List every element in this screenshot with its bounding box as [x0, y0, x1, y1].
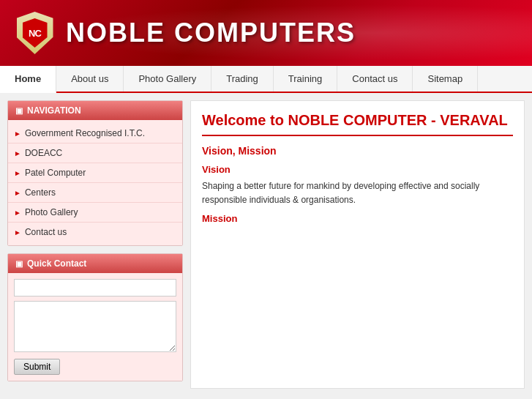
nav-list-item-1[interactable]: ► DOEACC	[8, 143, 182, 163]
content-title: Welcome to NOBLE COMPUTER - VERAVAL	[202, 112, 513, 136]
nav-header-icon: ▣	[15, 106, 23, 116]
logo-area: NC NOBLE COMPUTERS	[15, 11, 356, 55]
nav-list-item-5[interactable]: ► Contact us	[8, 223, 182, 242]
mission-title: Mission	[202, 213, 513, 224]
submit-button[interactable]: Submit	[14, 359, 60, 375]
quick-contact-section: ▣ Quick Contact Submit	[7, 253, 183, 381]
logo-icon: NC	[15, 11, 55, 55]
sidebar: ▣ NAVIGATION ► Government Recognised I.T…	[7, 100, 183, 389]
nav-list-label-3: Centers	[25, 187, 56, 198]
nav-list-item-2[interactable]: ► Patel Computer	[8, 163, 182, 183]
nav-arrow-4: ►	[14, 209, 21, 217]
nav-list: ► Government Recognised I.T.C. ► DOEACC …	[8, 120, 182, 245]
nav-arrow-1: ►	[14, 149, 21, 157]
nav-list-label-0: Government Recognised I.T.C.	[25, 128, 145, 138]
nav-item-training[interactable]: Training	[274, 66, 337, 92]
nav-arrow-0: ►	[14, 130, 21, 138]
nav-list-item-3[interactable]: ► Centers	[8, 183, 182, 203]
nav-item-trading[interactable]: Trading	[211, 66, 274, 92]
quick-contact-title: Quick Contact	[27, 258, 86, 269]
vision-text: Shaping a better future for mankind by d…	[202, 179, 513, 207]
logo-shield: NC	[17, 12, 53, 54]
nav-list-item-0[interactable]: ► Government Recognised I.T.C.	[8, 124, 182, 143]
content-subtitle: Vision, Mission	[202, 145, 513, 157]
nav-arrow-5: ►	[14, 228, 21, 236]
site-title: NOBLE COMPUTERS	[66, 18, 356, 48]
nav-item-about[interactable]: About us	[56, 66, 124, 92]
quick-contact-icon: ▣	[15, 259, 23, 269]
logo-shield-inner: NC	[23, 18, 48, 48]
contact-message-input[interactable]	[14, 301, 176, 352]
nav-list-item-4[interactable]: ► Photo Gallery	[8, 203, 182, 223]
vision-title: Vision	[202, 164, 513, 175]
nav-arrow-2: ►	[14, 169, 21, 177]
main-layout: ▣ NAVIGATION ► Government Recognised I.T…	[0, 93, 532, 396]
nav-item-gallery[interactable]: Photo Gallery	[124, 66, 211, 92]
site-header: NC NOBLE COMPUTERS	[0, 0, 532, 66]
nav-list-label-5: Contact us	[25, 227, 67, 237]
contact-name-input[interactable]	[14, 279, 176, 297]
nav-list-label-2: Patel Computer	[25, 168, 86, 178]
nav-bar: Home About us Photo Gallery Trading Trai…	[0, 66, 532, 93]
nav-arrow-3: ►	[14, 189, 21, 197]
nav-section-header: ▣ NAVIGATION	[8, 101, 182, 120]
nav-section-title: NAVIGATION	[27, 105, 81, 116]
nav-section: ▣ NAVIGATION ► Government Recognised I.T…	[7, 100, 183, 246]
logo-text: NC	[29, 28, 41, 39]
nav-list-label-1: DOEACC	[25, 148, 62, 158]
quick-contact-header: ▣ Quick Contact	[8, 254, 182, 273]
nav-item-home[interactable]: Home	[0, 66, 56, 93]
nav-item-contact[interactable]: Contact us	[337, 66, 413, 92]
quick-contact-form: Submit	[8, 273, 182, 381]
content-area: Welcome to NOBLE COMPUTER - VERAVAL Visi…	[190, 100, 525, 389]
nav-item-sitemap[interactable]: Sitemap	[413, 66, 478, 92]
nav-list-label-4: Photo Gallery	[25, 207, 78, 217]
